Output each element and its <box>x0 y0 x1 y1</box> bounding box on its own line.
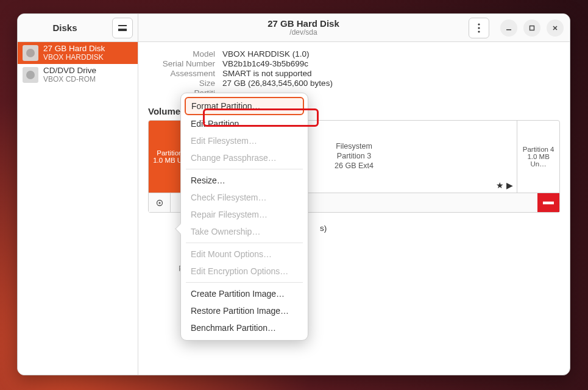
serial-value: VB2b1b1c49-3b5b699c <box>222 59 560 68</box>
model-value: VBOX HARDDISK (1.0) <box>222 49 560 58</box>
svg-rect-7 <box>543 201 554 204</box>
maximize-button[interactable] <box>523 20 540 37</box>
hamburger-button[interactable] <box>112 18 133 38</box>
sidebar-item-sublabel: VBOX CD-ROM <box>43 76 96 83</box>
close-icon <box>551 24 559 32</box>
app-title: Disks <box>18 23 112 33</box>
disk-menu-button[interactable] <box>469 18 489 38</box>
menu-item-edit-mount-options: Edit Mount Options… <box>185 246 304 263</box>
sidebar-item-cd-dvd[interactable]: CD/DVD Drive VBOX CD-ROM <box>18 64 138 86</box>
menu-item-format-partition[interactable]: Format Partition… <box>185 97 304 115</box>
delete-partition-button[interactable] <box>537 193 559 212</box>
window-subtitle: /dev/sda <box>138 29 469 37</box>
menu-item-edit-partition[interactable]: Edit Partition… <box>185 115 304 132</box>
window-title: 27 GB Hard Disk <box>138 18 469 29</box>
minimize-icon <box>505 24 512 32</box>
menu-item-repair-filesystem: Repair Filesystem… <box>185 206 304 223</box>
menu-item-benchmark-partition[interactable]: Benchmark Partition… <box>185 319 304 336</box>
menu-item-take-ownership: Take Ownership… <box>185 223 304 240</box>
assessment-value: SMART is not supported <box>222 69 560 78</box>
star-icon: ★ <box>496 180 504 190</box>
menu-separator <box>186 169 303 169</box>
minimize-button[interactable] <box>500 20 517 37</box>
kebab-icon <box>478 23 480 33</box>
menu-item-restore-partition-image[interactable]: Restore Partition Image… <box>185 302 304 319</box>
menu-item-create-partition-image[interactable]: Create Partition Image… <box>185 285 304 302</box>
menu-item-check-filesystem: Check Filesystem… <box>185 189 304 206</box>
sidebar-item-hard-disk[interactable]: 27 GB Hard Disk VBOX HARDDISK <box>18 42 138 64</box>
maximize-icon <box>528 24 536 32</box>
menu-separator <box>186 282 303 283</box>
hard-disk-icon <box>23 45 38 61</box>
partition-4[interactable]: Partition 4 1.0 MB Un… <box>517 121 559 193</box>
volume-options-button[interactable] <box>149 193 171 212</box>
play-icon: ▶ <box>506 180 513 190</box>
menu-item-edit-filesystem: Edit Filesystem… <box>185 132 304 149</box>
svg-point-0 <box>478 23 480 25</box>
size-value: 27 GB (26,843,545,600 bytes) <box>222 79 560 88</box>
menu-separator <box>186 243 303 243</box>
menu-item-change-passphrase: Change Passphrase… <box>185 149 304 166</box>
sidebar-item-label: CD/DVD Drive <box>43 66 96 76</box>
titlebar: Disks 27 GB Hard Disk /dev/sda <box>18 14 570 42</box>
menu-item-resize[interactable]: Resize… <box>185 172 304 189</box>
svg-rect-3 <box>506 29 511 30</box>
size-label: Size <box>148 79 215 88</box>
svg-point-2 <box>478 30 480 32</box>
svg-rect-4 <box>530 26 534 30</box>
close-button[interactable] <box>547 20 564 37</box>
cd-icon <box>23 67 38 83</box>
titlebar-center: 27 GB Hard Disk /dev/sda <box>138 18 469 37</box>
svg-point-1 <box>478 27 480 29</box>
serial-label: Serial Number <box>148 59 215 68</box>
titlebar-left: Disks <box>18 14 138 41</box>
menu-item-edit-encryption-options: Edit Encryption Options… <box>185 263 304 280</box>
sidebar: 27 GB Hard Disk VBOX HARDDISK CD/DVD Dri… <box>18 42 138 375</box>
assessment-label: Assessment <box>148 69 215 78</box>
titlebar-right <box>469 18 570 38</box>
sidebar-item-label: 27 GB Hard Disk <box>43 44 105 54</box>
sidebar-item-sublabel: VBOX HARDDISK <box>43 54 105 62</box>
disk-info: Model VBOX HARDDISK (1.0) Serial Number … <box>148 49 560 98</box>
minus-icon <box>537 192 559 214</box>
svg-point-6 <box>158 202 160 204</box>
partition-context-menu: Format Partition…Edit Partition…Edit Fil… <box>180 93 308 341</box>
gear-icon <box>155 198 165 208</box>
model-label: Model <box>148 49 215 58</box>
hamburger-icon <box>118 25 127 31</box>
